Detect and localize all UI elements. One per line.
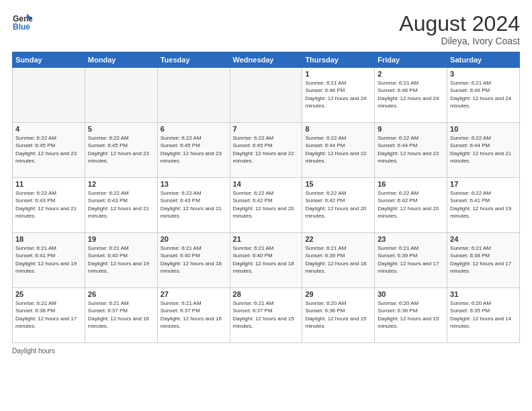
calendar-week-row: 11Sunrise: 6:22 AMSunset: 6:43 PMDayligh… bbox=[13, 178, 520, 233]
day-number: 11 bbox=[15, 180, 82, 188]
calendar-cell: 20Sunrise: 6:21 AMSunset: 6:40 PMDayligh… bbox=[157, 233, 230, 288]
day-info: Sunrise: 6:22 AMSunset: 6:45 PMDaylight:… bbox=[15, 134, 82, 165]
footer: Daylight hours bbox=[12, 347, 520, 355]
day-info: Sunrise: 6:22 AMSunset: 6:42 PMDaylight:… bbox=[305, 189, 371, 220]
day-number: 15 bbox=[305, 180, 371, 188]
day-info: Sunrise: 6:22 AMSunset: 6:44 PMDaylight:… bbox=[305, 134, 371, 165]
logo: General Blue bbox=[12, 12, 32, 32]
calendar-cell: 9Sunrise: 6:22 AMSunset: 6:44 PMDaylight… bbox=[375, 123, 447, 178]
day-number: 12 bbox=[88, 180, 154, 188]
day-number: 13 bbox=[161, 180, 227, 188]
calendar-cell: 26Sunrise: 6:21 AMSunset: 6:37 PMDayligh… bbox=[85, 288, 157, 343]
day-number: 18 bbox=[15, 235, 82, 243]
day-number: 17 bbox=[450, 180, 517, 188]
day-number: 28 bbox=[233, 290, 300, 298]
calendar-cell: 28Sunrise: 6:21 AMSunset: 6:37 PMDayligh… bbox=[230, 288, 302, 343]
day-number: 4 bbox=[15, 125, 82, 133]
calendar-cell bbox=[85, 68, 157, 123]
day-info: Sunrise: 6:20 AMSunset: 6:36 PMDaylight:… bbox=[378, 300, 444, 330]
day-info: Sunrise: 6:22 AMSunset: 6:45 PMDaylight:… bbox=[233, 134, 300, 165]
day-number: 6 bbox=[161, 125, 227, 133]
day-info: Sunrise: 6:20 AMSunset: 6:35 PMDaylight:… bbox=[450, 300, 517, 330]
day-number: 16 bbox=[378, 180, 444, 188]
day-number: 8 bbox=[305, 125, 371, 133]
calendar-cell: 11Sunrise: 6:22 AMSunset: 6:43 PMDayligh… bbox=[13, 178, 85, 233]
day-info: Sunrise: 6:21 AMSunset: 6:40 PMDaylight:… bbox=[233, 244, 300, 275]
calendar-cell: 8Sunrise: 6:22 AMSunset: 6:44 PMDaylight… bbox=[302, 123, 375, 178]
day-info: Sunrise: 6:21 AMSunset: 6:46 PMDaylight:… bbox=[305, 79, 371, 109]
page-header: General Blue August 2024 Dileya, Ivory C… bbox=[12, 12, 520, 46]
calendar-cell: 27Sunrise: 6:21 AMSunset: 6:37 PMDayligh… bbox=[157, 288, 230, 343]
day-number: 10 bbox=[450, 125, 517, 133]
day-number: 24 bbox=[450, 235, 517, 243]
day-number: 30 bbox=[378, 290, 444, 298]
day-info: Sunrise: 6:21 AMSunset: 6:37 PMDaylight:… bbox=[233, 300, 300, 330]
calendar-cell: 2Sunrise: 6:21 AMSunset: 6:46 PMDaylight… bbox=[375, 68, 447, 123]
day-number: 2 bbox=[378, 70, 444, 78]
calendar-cell: 21Sunrise: 6:21 AMSunset: 6:40 PMDayligh… bbox=[230, 233, 302, 288]
calendar-body: 1Sunrise: 6:21 AMSunset: 6:46 PMDaylight… bbox=[13, 68, 520, 343]
weekday-header: Thursday bbox=[302, 52, 375, 68]
day-info: Sunrise: 6:21 AMSunset: 6:37 PMDaylight:… bbox=[161, 300, 227, 330]
day-info: Sunrise: 6:22 AMSunset: 6:44 PMDaylight:… bbox=[378, 134, 444, 165]
calendar-cell bbox=[157, 68, 230, 123]
calendar-cell: 16Sunrise: 6:22 AMSunset: 6:42 PMDayligh… bbox=[375, 178, 447, 233]
day-number: 31 bbox=[450, 290, 517, 298]
day-info: Sunrise: 6:22 AMSunset: 6:42 PMDaylight:… bbox=[378, 189, 444, 220]
calendar-cell: 29Sunrise: 6:20 AMSunset: 6:36 PMDayligh… bbox=[302, 288, 375, 343]
day-info: Sunrise: 6:21 AMSunset: 6:40 PMDaylight:… bbox=[161, 244, 227, 275]
day-number: 23 bbox=[378, 235, 444, 243]
day-info: Sunrise: 6:22 AMSunset: 6:42 PMDaylight:… bbox=[233, 189, 300, 220]
calendar-cell: 24Sunrise: 6:21 AMSunset: 6:38 PMDayligh… bbox=[447, 233, 520, 288]
weekday-header: Wednesday bbox=[230, 52, 302, 68]
calendar-header-row: SundayMondayTuesdayWednesdayThursdayFrid… bbox=[13, 52, 520, 68]
day-number: 14 bbox=[233, 180, 300, 188]
day-info: Sunrise: 6:22 AMSunset: 6:45 PMDaylight:… bbox=[88, 134, 154, 165]
calendar-cell: 14Sunrise: 6:22 AMSunset: 6:42 PMDayligh… bbox=[230, 178, 302, 233]
calendar-cell: 30Sunrise: 6:20 AMSunset: 6:36 PMDayligh… bbox=[375, 288, 447, 343]
day-info: Sunrise: 6:21 AMSunset: 6:39 PMDaylight:… bbox=[378, 244, 444, 275]
day-info: Sunrise: 6:22 AMSunset: 6:44 PMDaylight:… bbox=[450, 134, 517, 165]
day-number: 3 bbox=[450, 70, 517, 78]
calendar-cell: 19Sunrise: 6:21 AMSunset: 6:40 PMDayligh… bbox=[85, 233, 157, 288]
calendar-cell: 12Sunrise: 6:22 AMSunset: 6:43 PMDayligh… bbox=[85, 178, 157, 233]
calendar-cell: 22Sunrise: 6:21 AMSunset: 6:39 PMDayligh… bbox=[302, 233, 375, 288]
weekday-header: Friday bbox=[375, 52, 447, 68]
weekday-header: Sunday bbox=[13, 52, 85, 68]
day-info: Sunrise: 6:21 AMSunset: 6:40 PMDaylight:… bbox=[88, 244, 154, 275]
day-number: 19 bbox=[88, 235, 154, 243]
calendar-cell: 7Sunrise: 6:22 AMSunset: 6:45 PMDaylight… bbox=[230, 123, 302, 178]
logo-icon: General Blue bbox=[12, 12, 32, 32]
weekday-header: Saturday bbox=[447, 52, 520, 68]
day-info: Sunrise: 6:21 AMSunset: 6:39 PMDaylight:… bbox=[305, 244, 371, 275]
day-info: Sunrise: 6:21 AMSunset: 6:46 PMDaylight:… bbox=[450, 79, 517, 109]
calendar-week-row: 1Sunrise: 6:21 AMSunset: 6:46 PMDaylight… bbox=[13, 68, 520, 123]
day-number: 20 bbox=[161, 235, 227, 243]
day-info: Sunrise: 6:22 AMSunset: 6:45 PMDaylight:… bbox=[161, 134, 227, 165]
svg-text:Blue: Blue bbox=[13, 22, 30, 32]
calendar-cell bbox=[13, 68, 85, 123]
day-info: Sunrise: 6:20 AMSunset: 6:36 PMDaylight:… bbox=[305, 300, 371, 330]
day-info: Sunrise: 6:22 AMSunset: 6:43 PMDaylight:… bbox=[161, 189, 227, 220]
calendar-cell: 17Sunrise: 6:22 AMSunset: 6:41 PMDayligh… bbox=[447, 178, 520, 233]
day-number: 25 bbox=[15, 290, 82, 298]
weekday-header: Monday bbox=[85, 52, 157, 68]
location: Dileya, Ivory Coast bbox=[399, 36, 520, 46]
calendar-week-row: 4Sunrise: 6:22 AMSunset: 6:45 PMDaylight… bbox=[13, 123, 520, 178]
day-number: 9 bbox=[378, 125, 444, 133]
calendar-cell: 10Sunrise: 6:22 AMSunset: 6:44 PMDayligh… bbox=[447, 123, 520, 178]
calendar-table: SundayMondayTuesdayWednesdayThursdayFrid… bbox=[12, 52, 520, 343]
day-number: 7 bbox=[233, 125, 300, 133]
calendar-cell: 3Sunrise: 6:21 AMSunset: 6:46 PMDaylight… bbox=[447, 68, 520, 123]
day-info: Sunrise: 6:21 AMSunset: 6:38 PMDaylight:… bbox=[15, 300, 82, 330]
day-number: 26 bbox=[88, 290, 154, 298]
day-number: 27 bbox=[161, 290, 227, 298]
calendar-cell: 6Sunrise: 6:22 AMSunset: 6:45 PMDaylight… bbox=[157, 123, 230, 178]
month-year: August 2024 bbox=[399, 12, 520, 36]
day-number: 29 bbox=[305, 290, 371, 298]
day-number: 5 bbox=[88, 125, 154, 133]
day-number: 1 bbox=[305, 70, 371, 78]
footer-label: Daylight hours bbox=[12, 347, 55, 355]
calendar-cell: 25Sunrise: 6:21 AMSunset: 6:38 PMDayligh… bbox=[13, 288, 85, 343]
day-info: Sunrise: 6:22 AMSunset: 6:43 PMDaylight:… bbox=[15, 189, 82, 220]
